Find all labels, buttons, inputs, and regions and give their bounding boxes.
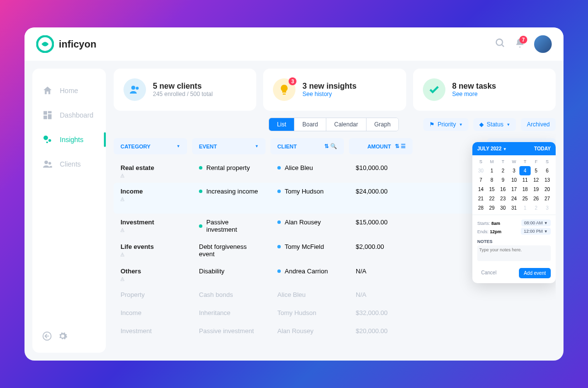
dp-day[interactable]: 5 [531, 166, 542, 175]
nav-dashboard[interactable]: Dashboard [32, 103, 106, 127]
tab-calendar[interactable]: Calendar [326, 118, 367, 131]
dp-month[interactable]: JULY 2022 ▼ [477, 146, 507, 151]
dp-notes-input[interactable] [477, 245, 551, 261]
dp-day[interactable]: 1 [519, 203, 531, 213]
dp-day[interactable]: 15 [487, 185, 498, 194]
dp-day[interactable]: 10 [509, 175, 520, 185]
tag-icon: ◆ [479, 121, 484, 128]
dp-day[interactable]: 11 [519, 175, 531, 185]
dp-day[interactable]: 26 [531, 194, 542, 203]
gear-icon[interactable] [58, 331, 68, 343]
dp-day[interactable]: 19 [531, 185, 542, 194]
dp-day[interactable]: 17 [509, 185, 520, 194]
card-link[interactable]: See more [452, 91, 496, 97]
flag-icon: ⚑ [429, 121, 435, 128]
cell-amount: $15,000.00 [349, 218, 413, 226]
insights-badge: 3 [289, 77, 296, 85]
svg-point-11 [49, 162, 51, 165]
view-tabs: List Board Calendar Graph [269, 118, 399, 131]
filters: ⚑Priority▼ ◆Status▼ Archived [423, 118, 556, 131]
dp-day[interactable]: 3 [509, 166, 520, 175]
cell-amount: $32,000.00 [349, 309, 413, 316]
dp-day[interactable]: 12 [531, 175, 542, 185]
dp-day[interactable]: 29 [487, 203, 498, 213]
dp-today[interactable]: TODAY [534, 146, 551, 151]
main: 5 new clients 245 enrolled / 500 total 3… [114, 69, 556, 353]
dp-day[interactable]: 2 [497, 166, 509, 175]
status-dot [199, 190, 202, 193]
dp-day[interactable]: 20 [541, 185, 553, 194]
dp-day[interactable]: 31 [509, 203, 520, 213]
table-row[interactable]: InvestmentPassive investmentAlan Rousey$… [114, 322, 556, 340]
dp-start-select[interactable]: 08:00 AM ▼ [521, 219, 551, 226]
svg-point-8 [49, 139, 51, 142]
col-amount[interactable]: AMOUNT⇅ ☰ [349, 138, 413, 154]
card-link[interactable]: See history [302, 91, 356, 97]
dp-day[interactable]: 18 [519, 185, 531, 194]
dp-day[interactable]: 22 [487, 194, 498, 203]
table-row[interactable]: PropertyCash bondsAlice BleuN/A [114, 286, 556, 304]
card-tasks[interactable]: 8 new tasks See more [413, 69, 556, 111]
card-clients[interactable]: 5 new clients 245 enrolled / 500 total [114, 69, 256, 111]
dp-day[interactable]: 2 [531, 203, 542, 213]
dp-day[interactable]: 16 [497, 185, 509, 194]
svg-line-2 [502, 45, 504, 47]
avatar[interactable] [534, 35, 552, 53]
dp-day[interactable]: 14 [475, 185, 487, 194]
cell-event: Cash bonds [192, 291, 266, 298]
cell-event: Disability [192, 267, 266, 275]
col-client[interactable]: CLIENT⇅ 🔍 [270, 138, 344, 154]
bell-icon[interactable]: 7 [514, 38, 525, 50]
tab-board[interactable]: Board [294, 118, 326, 131]
table-row[interactable]: IncomeInheritanceTomy Hudson$32,000.00 [114, 304, 556, 322]
dp-cancel-button[interactable]: Cancel [477, 268, 500, 278]
search-icon[interactable] [495, 38, 506, 50]
dp-day[interactable]: 28 [475, 203, 487, 213]
dp-day[interactable]: 27 [541, 194, 553, 203]
col-category[interactable]: CATEGORY▼ [114, 138, 187, 154]
dp-day[interactable]: 6 [541, 166, 553, 175]
grid-icon [42, 110, 53, 121]
dp-day[interactable]: 21 [475, 194, 487, 203]
chevron-down-icon: ▼ [255, 144, 259, 148]
nav-home[interactable]: Home [32, 78, 106, 103]
tab-list[interactable]: List [269, 118, 294, 131]
filter-archived[interactable]: Archived [521, 118, 556, 131]
dp-day[interactable]: 4 [519, 166, 531, 175]
nav-insights[interactable]: Insights [32, 127, 106, 152]
dp-dow: W [509, 157, 520, 166]
dp-day[interactable]: 9 [497, 175, 509, 185]
dp-day[interactable]: 7 [475, 175, 487, 185]
cell-amount: N/A [349, 267, 413, 275]
dp-day[interactable]: 30 [475, 166, 487, 175]
dp-day[interactable]: 3 [541, 203, 553, 213]
svg-point-10 [45, 161, 48, 164]
dp-day[interactable]: 30 [497, 203, 509, 213]
dp-day[interactable]: 13 [541, 175, 553, 185]
cell-event: Debt forgiveness event [192, 243, 266, 258]
cell-client: Tomy Hudson [270, 188, 344, 195]
dp-end-select[interactable]: 12:00 PM ▼ [521, 228, 551, 235]
filter-status[interactable]: ◆Status▼ [473, 118, 516, 131]
dp-day[interactable]: 25 [519, 194, 531, 203]
dp-add-button[interactable]: Add event [519, 268, 551, 278]
sidebar: Home Dashboard Insights Clients [32, 69, 106, 353]
category-meta-icons: ◬ [121, 172, 180, 178]
nav-label: Clients [60, 160, 81, 168]
dp-day[interactable]: 1 [487, 166, 498, 175]
filter-priority[interactable]: ⚑Priority▼ [423, 118, 468, 131]
cell-client: Alice Bleu [270, 291, 344, 298]
col-event[interactable]: EVENT▼ [192, 138, 266, 154]
nav-clients[interactable]: Clients [32, 152, 106, 176]
nav-label: Home [60, 87, 78, 95]
datepicker: JULY 2022 ▼ TODAY SMTWTFS301234567891011… [472, 142, 556, 283]
sort-filter-icons: ⇅ ☰ [395, 143, 406, 149]
dp-day[interactable]: 8 [487, 175, 498, 185]
logout-icon[interactable] [42, 331, 52, 343]
dp-day[interactable]: 23 [497, 194, 509, 203]
cell-event: Rental property [192, 164, 266, 171]
dp-day[interactable]: 24 [509, 194, 520, 203]
tab-graph[interactable]: Graph [367, 118, 398, 131]
card-insights[interactable]: 3 3 new insights See history [263, 69, 406, 111]
check-icon [423, 78, 445, 101]
